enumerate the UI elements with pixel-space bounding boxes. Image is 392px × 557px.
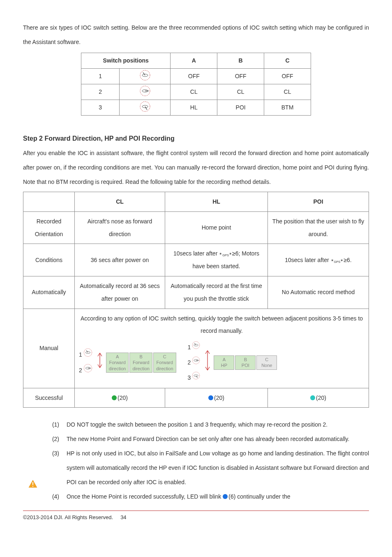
footer-page-number: 34: [120, 513, 126, 522]
dial-pos1-icon: [191, 341, 201, 354]
toggle-arrow-icon: [204, 349, 211, 376]
box-R-C: CNone: [256, 355, 277, 370]
intro-paragraph: There are six types of IOC switch settin…: [23, 21, 369, 49]
svg-line-17: [195, 343, 196, 345]
note-2: (2) The new Home Point and Forward Direc…: [43, 432, 369, 446]
t2-row2-cl: 36 secs after power on: [75, 244, 165, 276]
step2-paragraph: After you enable the IOC in assistant so…: [23, 146, 369, 189]
t1-r3-c: BTM: [264, 100, 311, 116]
note-4-txt: Once the Home Point is recorded successf…: [67, 490, 369, 504]
t2-head-poi: POI: [268, 192, 369, 212]
t1-r2-a: CL: [171, 84, 217, 100]
svg-rect-24: [32, 482, 33, 485]
t1-r1-a: OFF: [171, 69, 217, 84]
t1-r1-b: OFF: [217, 69, 264, 84]
svg-line-23: [196, 376, 198, 378]
t2-row2-poi-pre: 10secs later after: [285, 257, 330, 263]
t1-head-b: B: [217, 53, 264, 69]
step2-heading: Step 2 Forward Direction, HP and POI Rec…: [23, 134, 369, 144]
t2-row5-poi-val: (20): [316, 395, 326, 401]
note-1: (1) DO NOT toggle the switch between the…: [43, 418, 369, 432]
t1-r2-b: CL: [217, 84, 264, 100]
switch-positions-table: Switch positions A B C 1 OFF OFF OFF 2 C…: [81, 53, 311, 116]
dial-pos2-icon: [83, 363, 93, 378]
t2-row2-poi-post: ≥6.: [344, 257, 351, 263]
t2-row1-poi: The position that the user wish to fly a…: [268, 211, 369, 244]
manual-diagram-left: 1 2: [79, 348, 176, 378]
t1-r2-c: CL: [264, 84, 311, 100]
box-L-A: AForwarddirection: [106, 353, 129, 373]
toggle-arrow-icon: [96, 351, 104, 374]
t2-blank-head: [23, 192, 75, 212]
t2-row3-lab: Automatically: [23, 276, 75, 309]
note-1-num: (1): [43, 418, 59, 432]
recording-method-table: CL HL POI Recorded Orientation Aircraft'…: [23, 192, 369, 408]
note-4-post: continually under the: [235, 493, 290, 500]
t2-head-hl: HL: [165, 192, 268, 212]
warning-notes: (1) DO NOT toggle the switch between the…: [23, 417, 369, 504]
manual-diagram-right: 1 2 3: [188, 341, 277, 384]
note-4-num: (4): [43, 490, 59, 504]
page-footer: ©2013-2014 DJI. All Rights Reserved. 34: [23, 511, 369, 522]
t1-r3-a: HL: [171, 100, 217, 116]
note-1-txt: DO NOT toggle the switch between the pos…: [67, 418, 369, 432]
t1-head-c: C: [264, 53, 311, 69]
t2-row1-lab: Recorded Orientation: [23, 211, 75, 244]
t2-row5-lab: Successful: [23, 388, 75, 408]
t2-row5-hl-val: (20): [214, 395, 224, 401]
t2-row5-cl: (20): [75, 388, 165, 408]
note-3-txt: HP is not only used in IOC, but also in …: [67, 446, 369, 490]
gps-icon: ✶GPS✶: [219, 252, 232, 256]
dial-pos2-icon: [191, 356, 201, 369]
t1-head-switch: Switch positions: [81, 53, 171, 69]
note-4: (4) Once the Home Point is recorded succ…: [43, 490, 369, 504]
manual-diagram: 1 2: [79, 341, 364, 384]
dial-pos3-icon: [191, 371, 201, 385]
warning-icon-col: [23, 417, 43, 504]
t2-row4-lab: Manual: [23, 309, 75, 388]
t1-r1-icon: [120, 69, 171, 84]
t1-r3-b: POI: [217, 100, 264, 116]
box-L-B: BForwarddirection: [129, 353, 152, 373]
dial-pos1-icon: [139, 69, 151, 84]
t2-row2-poi: 10secs later after ✶GPS✶≥6.: [268, 244, 369, 276]
t1-r2-icon: [120, 84, 171, 100]
svg-line-11: [86, 350, 88, 353]
t2-row3-hl: Automatically record at the first time y…: [165, 276, 268, 309]
svg-rect-25: [32, 486, 33, 487]
dgR-num2: 2: [188, 356, 191, 369]
t2-row2-hl-pre: 10secs later after: [173, 250, 219, 257]
t2-row4-text: According to any option of IOC switch se…: [79, 312, 364, 338]
t2-row2-lab: Conditions: [23, 244, 75, 276]
t1-r3-num: 3: [81, 100, 120, 116]
t1-r1-c: OFF: [264, 69, 311, 84]
gps-icon: ✶GPS✶: [331, 258, 344, 262]
note-2-num: (2): [43, 432, 59, 446]
dial-pos2-icon: [139, 85, 151, 100]
note-3-num: (3): [43, 446, 59, 490]
led-blue-icon: [223, 494, 228, 499]
dial-pos3-icon: [139, 100, 151, 115]
gps-label: GPS: [222, 253, 229, 257]
t1-r1-num: 1: [81, 69, 120, 84]
led-blue-icon: [208, 395, 213, 400]
t1-head-a: A: [171, 53, 217, 69]
led-green-icon: [112, 395, 117, 400]
note-4-led: (6): [228, 493, 235, 500]
t2-row1-cl: Aircraft's nose as forward direction: [75, 211, 165, 244]
box-R-A: AHP: [214, 355, 234, 370]
t1-r3-icon: [120, 100, 171, 116]
t2-row3-cl: Automatically record at 36 secs after po…: [75, 276, 165, 309]
box-R-B: BPOI: [235, 355, 256, 370]
led-cyan-icon: [310, 395, 315, 400]
box-L-C: CForwarddirection: [153, 353, 176, 373]
t2-row5-cl-val: (20): [118, 395, 128, 401]
warning-icon: [28, 480, 37, 490]
dial-pos1-icon: [83, 348, 93, 362]
t2-row5-hl: (20): [165, 388, 268, 408]
footer-copyright: ©2013-2014 DJI. All Rights Reserved.: [23, 513, 113, 522]
t2-row2-hl: 10secs later after ✶GPS✶≥6; Motors have …: [165, 244, 268, 276]
note-4-pre: Once the Home Point is recorded successf…: [67, 493, 223, 500]
t2-row1-hl: Home point: [165, 211, 268, 244]
t2-head-cl: CL: [75, 192, 165, 212]
